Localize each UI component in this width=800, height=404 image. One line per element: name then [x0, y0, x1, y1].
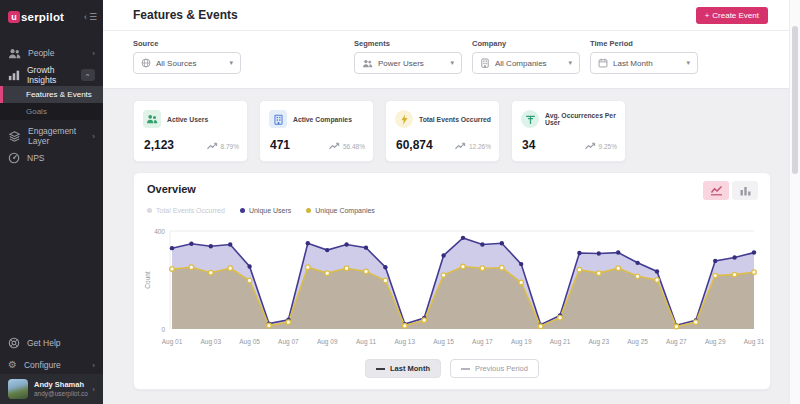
- chevron-right-icon: ›: [92, 361, 95, 370]
- chart-legend: Total Events Occurred Unique Users Uniqu…: [147, 207, 375, 214]
- trend-up-icon: [207, 142, 218, 150]
- sidebar-item-configure[interactable]: ⚙ Configure ›: [0, 356, 103, 374]
- gear-icon: ⚙: [8, 360, 17, 370]
- chevron-down-icon: ▾: [450, 59, 454, 67]
- stat-icon-box: [521, 110, 539, 128]
- svg-text:Aug 13: Aug 13: [394, 338, 415, 346]
- svg-text:Aug 05: Aug 05: [239, 338, 260, 346]
- legend-item-unique-companies[interactable]: Unique Companies: [306, 207, 375, 214]
- page-title: Features & Events: [133, 8, 238, 22]
- svg-text:Aug 31: Aug 31: [744, 338, 764, 346]
- line-chart-toggle-button[interactable]: [703, 181, 729, 200]
- logo-u-mark: u: [8, 11, 20, 23]
- company-dropdown[interactable]: All Companies ▾: [472, 52, 580, 74]
- userpilot-dashboard: u serpilot ‹ ☰ People › Growth Insights …: [0, 0, 800, 404]
- logo: u serpilot ‹ ☰: [8, 8, 97, 26]
- stat-icon-box: [269, 110, 287, 128]
- legend-label: Unique Users: [249, 207, 291, 214]
- sidebar-item-get-help[interactable]: Get Help: [0, 334, 103, 352]
- svg-text:Aug 21: Aug 21: [550, 338, 571, 346]
- svg-text:Aug 29: Aug 29: [705, 338, 726, 346]
- chevron-right-icon: ›: [92, 385, 95, 394]
- calendar-icon: [598, 58, 608, 68]
- svg-text:Aug 23: Aug 23: [588, 338, 609, 346]
- stat-value: 60,874: [396, 138, 433, 152]
- dropdown-value: All Sources: [156, 59, 196, 68]
- filter-segments: Segments Power Users ▾: [354, 39, 462, 74]
- top-bar: Features & Events + Create Event Source …: [103, 0, 790, 89]
- gauge-icon: [8, 152, 20, 164]
- stat-change: 12.26%: [469, 143, 491, 150]
- filter-company: Company All Companies ▾: [472, 39, 580, 74]
- stat-icon-box: [395, 110, 413, 128]
- svg-text:Aug 15: Aug 15: [433, 338, 454, 346]
- trend-up-icon: [455, 142, 466, 150]
- last-month-button[interactable]: Last Month: [365, 359, 441, 378]
- svg-text:Aug 03: Aug 03: [200, 338, 221, 346]
- trend-up-icon: [329, 142, 340, 150]
- sidebar: u serpilot ‹ ☰ People › Growth Insights …: [0, 0, 103, 404]
- chevron-down-icon: ▾: [686, 59, 690, 67]
- divider: [103, 30, 790, 31]
- sidebar-item-nps[interactable]: NPS: [0, 149, 103, 167]
- sidebar-collapse-button[interactable]: ‹ ☰: [84, 12, 97, 22]
- svg-text:Aug 25: Aug 25: [627, 338, 648, 346]
- legend-label: Unique Companies: [315, 207, 375, 214]
- plus-icon: +: [705, 11, 710, 20]
- legend-item-total-events[interactable]: Total Events Occurred: [147, 207, 225, 214]
- create-event-button[interactable]: + Create Event: [696, 7, 768, 24]
- legend-item-unique-users[interactable]: Unique Users: [240, 207, 291, 214]
- sidebar-item-label: Engagement Layer: [28, 126, 92, 146]
- dashed-line-icon: [461, 368, 470, 370]
- bar-chart-icon: [8, 69, 20, 81]
- chevron-left-icon: ‹: [84, 12, 87, 22]
- sidebar-item-engagement-layer[interactable]: Engagement Layer ›: [0, 127, 103, 145]
- sidebar-item-goals[interactable]: Goals: [0, 103, 103, 120]
- panel-title: Overview: [147, 183, 196, 195]
- chart-type-toggle: [703, 181, 758, 200]
- svg-text:Aug 11: Aug 11: [356, 338, 377, 346]
- people-icon: [362, 59, 373, 68]
- svg-text:Aug 01: Aug 01: [162, 338, 183, 346]
- source-dropdown[interactable]: All Sources ▾: [133, 52, 241, 74]
- stat-value: 34: [522, 138, 535, 152]
- chevron-right-icon: ›: [92, 49, 95, 58]
- stat-change: 8.79%: [221, 143, 239, 150]
- funnel-icon: [525, 114, 536, 125]
- sidebar-item-label: NPS: [27, 153, 44, 163]
- solid-line-icon: [376, 368, 385, 370]
- sidebar-item-label: Goals: [26, 107, 47, 116]
- layers-icon: [8, 131, 21, 142]
- stat-label: Active Companies: [293, 116, 352, 123]
- scrollbar-track[interactable]: [789, 0, 800, 404]
- bar-chart-icon: [739, 185, 752, 196]
- stat-label: Active Users: [167, 116, 208, 123]
- dropdown-value: Last Month: [613, 59, 653, 68]
- previous-period-button[interactable]: Previous Period: [450, 359, 539, 378]
- scrollbar-thumb[interactable]: [792, 26, 798, 174]
- segments-dropdown[interactable]: Power Users ▾: [354, 52, 462, 74]
- people-icon: [8, 48, 21, 59]
- user-name: Andy Shamah: [34, 381, 88, 390]
- stat-card-active-users: Active Users 2,123 8.79%: [133, 100, 248, 162]
- stat-change: 9.25%: [599, 143, 617, 150]
- stat-change: 56.48%: [343, 143, 365, 150]
- sidebar-item-people[interactable]: People ›: [0, 44, 103, 62]
- collapse-section-button[interactable]: ›: [81, 69, 95, 81]
- dropdown-value: All Companies: [495, 59, 547, 68]
- bar-chart-toggle-button[interactable]: [732, 181, 758, 200]
- chevron-right-icon: ›: [92, 132, 95, 141]
- people-icon: [146, 114, 158, 124]
- svg-text:Aug 17: Aug 17: [472, 338, 493, 346]
- sidebar-item-label: Configure: [24, 360, 61, 370]
- sidebar-item-features-events[interactable]: Features & Events: [0, 86, 103, 103]
- legend-dot: [147, 208, 152, 213]
- chevron-down-icon: ▾: [568, 59, 572, 67]
- period-buttons: Last Month Previous Period: [134, 359, 770, 378]
- sidebar-item-growth-insights[interactable]: Growth Insights ›: [0, 66, 103, 84]
- lightning-icon: [400, 114, 409, 125]
- user-menu[interactable]: Andy Shamah andy@userpilot.co ›: [0, 374, 103, 404]
- time-period-dropdown[interactable]: Last Month ▾: [590, 52, 698, 74]
- stat-card-total-events: Total Events Occurred 60,874 12.26%: [385, 100, 500, 162]
- sidebar-item-label: Growth Insights: [27, 65, 81, 85]
